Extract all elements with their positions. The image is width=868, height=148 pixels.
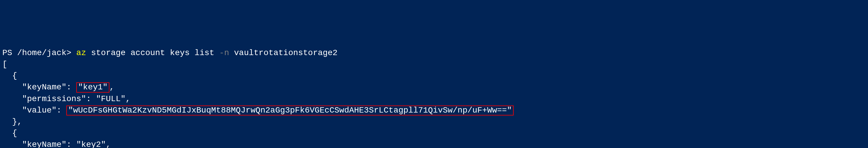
prompt-separator: > xyxy=(66,48,76,58)
json-entry-1-value: "value": "wUcDFsGHGtWa2KzvND5MGdIJxBuqMt… xyxy=(2,106,514,115)
json-entry-1-brace-open: { xyxy=(2,71,17,80)
az-command: az xyxy=(76,48,86,58)
json-entry-2-brace-open: { xyxy=(2,128,17,138)
json-entry-1-permissions: "permissions": "FULL", xyxy=(2,95,130,104)
json-bracket-open: [ xyxy=(2,60,7,69)
keyname-comma: , xyxy=(110,83,115,92)
keyname-comma-2: , xyxy=(106,140,111,148)
keyname-value-highlighted: "key1" xyxy=(76,82,110,92)
json-entry-1-brace-close: }, xyxy=(2,117,22,126)
command-param-value: vaultrotationstorage2 xyxy=(234,48,338,58)
command-line: PS /home/jack> az storage account keys l… xyxy=(2,48,338,58)
command-param-flag: -n xyxy=(219,48,229,58)
json-entry-2-keyname: "keyName": "key2", xyxy=(2,140,111,148)
value-label: "value": xyxy=(2,106,66,115)
value-value-highlighted: "wUcDFsGHGtWa2KzvND5MGdIJxBuqMt88MQJrwQn… xyxy=(66,106,513,116)
keyname-label: "keyName": xyxy=(2,83,76,92)
keyname-label-2: "keyName": xyxy=(2,140,76,148)
keyname-value-2: "key2" xyxy=(76,140,106,148)
command-subcommands xyxy=(86,48,91,58)
shell-prefix: PS xyxy=(2,48,17,58)
terminal-output: PS /home/jack> az storage account keys l… xyxy=(2,47,866,148)
json-entry-1-keyname: "keyName": "key1", xyxy=(2,83,115,92)
current-path: /home/jack xyxy=(17,48,66,58)
command-subcommands-text: storage account keys list xyxy=(91,48,214,58)
